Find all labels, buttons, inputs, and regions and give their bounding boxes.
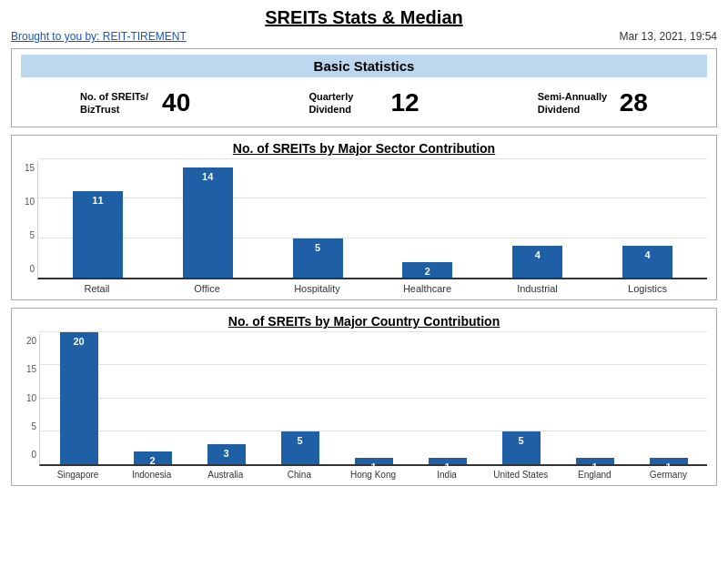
country-bar: 1 bbox=[429, 458, 467, 464]
attribution-link[interactable]: Brought to you by: REIT-TIREMENT bbox=[11, 30, 187, 43]
sector-bar-label: Logistics bbox=[592, 283, 703, 294]
y-tick: 5 bbox=[21, 230, 35, 240]
sector-bar-label: Retail bbox=[42, 283, 152, 294]
country-chart-area: 20 15 10 5 0 2023511511 SingaporeIndones… bbox=[21, 334, 707, 480]
stat-item-semi: Semi-Annually Dividend 28 bbox=[538, 88, 648, 117]
stat-label-sreits: No. of SREITs/ BizTrust bbox=[80, 90, 153, 117]
grid-line bbox=[38, 158, 707, 159]
sector-bar-group: 2 bbox=[372, 262, 482, 278]
stat-value-semi: 28 bbox=[620, 88, 648, 117]
sector-bar: 2 bbox=[402, 262, 452, 278]
country-chart-section: No. of SREITs by Major Country Contribut… bbox=[11, 308, 717, 486]
country-bar-group: 2 bbox=[116, 451, 189, 465]
country-bar: 5 bbox=[281, 431, 319, 464]
sector-bar-value-label: 4 bbox=[644, 249, 650, 260]
header-row: Brought to you by: REIT-TIREMENT Mar 13,… bbox=[11, 30, 717, 43]
country-bar: 1 bbox=[355, 458, 393, 464]
grid-line bbox=[40, 431, 707, 431]
main-title: SREITs Stats & Median bbox=[11, 7, 717, 28]
country-bar: 5 bbox=[502, 431, 541, 464]
sector-labels-row: RetailOfficeHospitalityHealthcareIndustr… bbox=[37, 279, 707, 294]
sector-bar-label: Industrial bbox=[482, 283, 592, 294]
sector-bar-label: Healthcare bbox=[372, 283, 482, 294]
y-tick: 0 bbox=[21, 264, 35, 274]
sector-bar-group: 11 bbox=[43, 191, 153, 278]
y-tick: 15 bbox=[21, 364, 36, 374]
country-bar-value-label: 1 bbox=[444, 461, 450, 472]
country-bars-wrapper: 2023511511 SingaporeIndonesiaAustraliaCh… bbox=[39, 334, 707, 480]
sector-bar: 14 bbox=[183, 167, 233, 278]
stat-label-quarterly: Quarterly Dividend bbox=[308, 90, 381, 117]
sector-bars-inner: 11145244 bbox=[37, 161, 707, 279]
country-bars-inner: 2023511511 bbox=[39, 334, 707, 466]
stat-item-sreits: No. of SREITs/ BizTrust 40 bbox=[80, 88, 190, 117]
y-tick: 5 bbox=[21, 421, 36, 431]
country-bar: 1 bbox=[650, 458, 688, 464]
sector-bar: 5 bbox=[293, 238, 343, 278]
sector-y-axis: 15 10 5 0 bbox=[21, 161, 37, 294]
grid-line bbox=[40, 331, 707, 332]
grid-line bbox=[40, 364, 707, 365]
sector-chart-title: No. of SREITs by Major Sector Contributi… bbox=[21, 141, 707, 156]
country-bar-group: 1 bbox=[410, 458, 484, 464]
sector-bar: 4 bbox=[512, 246, 562, 278]
sector-bar-value-label: 5 bbox=[315, 242, 320, 253]
country-bar-value-label: 1 bbox=[592, 461, 597, 472]
sector-bar-value-label: 11 bbox=[92, 195, 103, 206]
country-bar-group: 1 bbox=[337, 458, 410, 464]
basic-stats-box: Basic Statistics No. of SREITs/ BizTrust… bbox=[11, 48, 717, 127]
country-bar-group: 1 bbox=[632, 458, 705, 464]
sector-bar-value-label: 14 bbox=[202, 171, 213, 182]
country-bar: 20 bbox=[60, 332, 98, 464]
stat-item-quarterly: Quarterly Dividend 12 bbox=[308, 88, 419, 117]
country-y-axis: 20 15 10 5 0 bbox=[21, 334, 39, 480]
timestamp: Mar 13, 2021, 19:54 bbox=[620, 30, 717, 43]
sector-bar-group: 4 bbox=[592, 246, 703, 278]
sector-bar-group: 14 bbox=[153, 167, 263, 278]
country-bar-label: Australia bbox=[188, 470, 262, 480]
country-bar-group: 1 bbox=[558, 458, 632, 464]
sector-bar-group: 5 bbox=[263, 238, 373, 278]
sector-bar-value-label: 4 bbox=[535, 249, 541, 260]
stat-value-sreits: 40 bbox=[162, 88, 190, 117]
sector-bar-group: 4 bbox=[482, 246, 592, 278]
page-container: SREITs Stats & Median Brought to you by:… bbox=[0, 0, 728, 501]
country-chart-title: No. of SREITs by Major Country Contribut… bbox=[21, 314, 707, 329]
country-bar-value-label: 1 bbox=[370, 461, 376, 472]
country-bar-group: 3 bbox=[189, 444, 263, 464]
sector-bars-wrapper: 11145244 RetailOfficeHospitalityHealthca… bbox=[37, 161, 707, 294]
sector-chart-section: No. of SREITs by Major Sector Contributi… bbox=[11, 135, 717, 300]
country-bar-value-label: 2 bbox=[149, 455, 155, 466]
country-bar-value-label: 20 bbox=[73, 336, 84, 347]
grid-line bbox=[40, 398, 707, 399]
country-bar-group: 5 bbox=[484, 431, 558, 464]
country-bar-value-label: 5 bbox=[297, 435, 302, 446]
sector-bar: 11 bbox=[73, 191, 123, 278]
basic-stats-title: Basic Statistics bbox=[21, 55, 707, 77]
country-bar-label: Singapore bbox=[41, 470, 115, 480]
sector-bar-label: Hospitality bbox=[262, 283, 372, 294]
y-tick: 10 bbox=[21, 197, 35, 207]
y-tick: 0 bbox=[21, 450, 36, 460]
country-bar: 2 bbox=[134, 451, 172, 465]
stat-value-quarterly: 12 bbox=[390, 88, 419, 117]
country-bar-value-label: 3 bbox=[223, 448, 228, 459]
country-bar-label: China bbox=[262, 470, 336, 480]
country-bar: 1 bbox=[576, 458, 614, 464]
sector-bar-label: Office bbox=[152, 283, 262, 294]
y-tick: 15 bbox=[21, 163, 35, 173]
country-bar-label: Indonesia bbox=[115, 470, 188, 480]
y-tick: 20 bbox=[21, 336, 36, 346]
sector-chart-area: 15 10 5 0 11145244 RetailOfficeHospitali… bbox=[21, 161, 707, 294]
stat-label-semi: Semi-Annually Dividend bbox=[538, 90, 611, 117]
country-bar-value-label: 5 bbox=[518, 435, 523, 446]
country-bar-value-label: 1 bbox=[665, 461, 671, 472]
country-bar-label: United States bbox=[484, 470, 558, 480]
country-bar-group: 5 bbox=[263, 431, 337, 464]
sector-bar-value-label: 2 bbox=[425, 266, 430, 277]
y-tick: 10 bbox=[21, 393, 36, 403]
sector-bar: 4 bbox=[622, 246, 672, 278]
country-bar-group: 20 bbox=[42, 332, 116, 464]
country-bar: 3 bbox=[207, 444, 246, 464]
stats-row: No. of SREITs/ BizTrust 40 Quarterly Div… bbox=[21, 85, 707, 121]
